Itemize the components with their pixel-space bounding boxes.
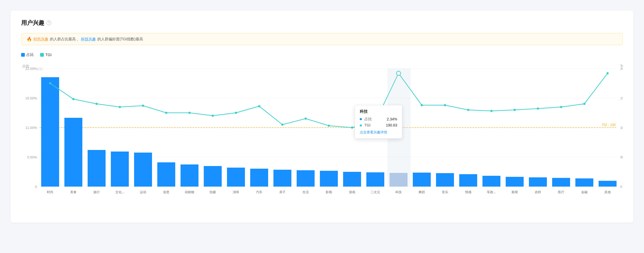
- tgi-dot-14: [374, 121, 376, 123]
- svg-text:生活: 生活: [302, 190, 309, 194]
- bar-10[interactable]: [273, 170, 291, 187]
- svg-text:农村: 农村: [535, 190, 541, 194]
- bar-6[interactable]: [181, 164, 198, 187]
- tgi-dot-9: [258, 105, 260, 107]
- svg-text:TGI: TGI: [620, 64, 623, 68]
- info-highlight-2[interactable]: 科技兴趣: [81, 37, 96, 42]
- svg-text:医疗: 医疗: [558, 190, 564, 194]
- bar-5[interactable]: [157, 162, 175, 187]
- svg-text:占比: 占比: [22, 64, 29, 68]
- bar-14[interactable]: [366, 172, 384, 187]
- bar-22[interactable]: [552, 178, 570, 187]
- bar-0[interactable]: [41, 77, 59, 187]
- bar-3[interactable]: [111, 152, 129, 187]
- tgi-dot-13: [351, 126, 353, 129]
- svg-text:50: 50: [620, 155, 623, 159]
- chart-area: 22.00% 占比 16.50% 11.00% 5.50% 0 占比 200 1…: [21, 59, 623, 212]
- tgi-dot-1: [72, 98, 74, 100]
- tgi-dot-24: [607, 72, 609, 74]
- svg-text:情感: 情感: [465, 190, 471, 194]
- bar-19[interactable]: [482, 176, 500, 187]
- svg-text:演绎: 演绎: [233, 190, 239, 194]
- svg-text:运动: 运动: [140, 190, 146, 194]
- tgi-dot-12: [328, 125, 330, 127]
- tgi-dot-17: [444, 104, 446, 106]
- svg-text:创意: 创意: [163, 190, 169, 194]
- bar-12[interactable]: [320, 171, 338, 187]
- bar-7[interactable]: [204, 166, 222, 187]
- svg-text:占比: 占比: [37, 67, 43, 70]
- tgi-dot-8: [235, 112, 237, 114]
- tgi-dot-4: [142, 105, 144, 107]
- tgi-line: [50, 73, 608, 128]
- tgi-dot-18: [467, 109, 469, 111]
- info-highlight-1[interactable]: 时尚兴趣: [34, 37, 48, 42]
- svg-text:16.50%: 16.50%: [25, 96, 37, 100]
- svg-text:金融: 金融: [581, 190, 588, 194]
- svg-text:音乐: 音乐: [442, 190, 448, 194]
- tgi-dot-6: [188, 112, 191, 114]
- svg-text:二次元: 二次元: [371, 190, 380, 194]
- svg-text:科技: 科技: [395, 190, 402, 194]
- title-row: 用户兴趣 ?: [21, 19, 623, 27]
- svg-text:游戏: 游戏: [349, 190, 355, 194]
- tgi-dot-11: [305, 118, 307, 120]
- bar-18[interactable]: [459, 174, 477, 187]
- bar-1[interactable]: [64, 118, 82, 187]
- svg-text:11.00%: 11.00%: [25, 126, 37, 130]
- bar-8[interactable]: [227, 168, 245, 187]
- tgi-dot-20: [514, 109, 516, 111]
- tgi-dot-22: [560, 106, 562, 108]
- bar-24[interactable]: [599, 181, 617, 187]
- bar-4[interactable]: [134, 153, 152, 187]
- bar-9[interactable]: [250, 169, 268, 187]
- bar-2[interactable]: [88, 150, 106, 187]
- bar-17[interactable]: [436, 173, 454, 187]
- info-text-1: 的人群占比最高，: [50, 37, 79, 42]
- svg-text:汽车: 汽车: [256, 190, 262, 194]
- tgi-dot-19: [490, 110, 493, 112]
- tgi-dot-10: [281, 124, 283, 126]
- svg-text:动植物: 动植物: [185, 190, 194, 194]
- legend-item-tgi: TGI: [40, 53, 51, 57]
- tgi-dot-7: [212, 115, 214, 117]
- svg-text:舞蹈: 舞蹈: [419, 190, 425, 194]
- svg-text:文化...: 文化...: [115, 190, 124, 194]
- help-icon[interactable]: ?: [46, 21, 51, 25]
- page-title: 用户兴趣: [21, 19, 44, 27]
- tgi-dot-2: [96, 103, 98, 105]
- svg-text:拍摄: 拍摄: [209, 190, 216, 194]
- info-bar: 🔥 时尚兴趣 的人群占比最高， 科技兴趣 的人群偏好度(TGI指数)最高: [21, 33, 623, 45]
- svg-text:0: 0: [620, 185, 622, 189]
- info-fire-icon: 🔥: [27, 37, 32, 42]
- tgi-dot-21: [537, 108, 539, 110]
- svg-text:100: 100: [620, 126, 623, 130]
- svg-text:时尚: 时尚: [47, 190, 53, 194]
- bar-16[interactable]: [413, 173, 431, 187]
- legend-tgi-label: TGI: [45, 53, 51, 57]
- svg-text:其他: 其他: [604, 190, 611, 194]
- bar-20[interactable]: [506, 177, 524, 187]
- tgi-dot-16: [421, 104, 423, 106]
- chart-svg: 22.00% 占比 16.50% 11.00% 5.50% 0 占比 200 1…: [21, 59, 623, 212]
- svg-text:TGI：100: TGI：100: [602, 123, 615, 127]
- svg-text:5.50%: 5.50%: [27, 155, 37, 159]
- tgi-dot-0: [49, 82, 51, 84]
- tgi-dot-23: [583, 103, 585, 105]
- svg-text:新闻: 新闻: [512, 190, 518, 194]
- tgi-dot-3: [119, 106, 121, 108]
- tgi-dot-5: [165, 112, 167, 114]
- bar-13[interactable]: [343, 172, 361, 187]
- bar-23[interactable]: [575, 178, 593, 187]
- highlight-column: [387, 69, 411, 187]
- main-card: 用户兴趣 ? 🔥 时尚兴趣 的人群占比最高， 科技兴趣 的人群偏好度(TGI指数…: [11, 11, 633, 223]
- legend-bar-icon: [21, 53, 25, 57]
- info-text-2: 的人群偏好度(TGI指数)最高: [97, 37, 143, 42]
- svg-text:军政...: 军政...: [487, 190, 496, 194]
- svg-text:0: 0: [35, 185, 37, 189]
- legend-item-bar: 占比: [21, 52, 34, 57]
- legend-tgi-icon: [40, 53, 44, 57]
- svg-text:影视: 影视: [326, 190, 332, 194]
- bar-21[interactable]: [529, 177, 547, 187]
- bar-11[interactable]: [297, 170, 315, 187]
